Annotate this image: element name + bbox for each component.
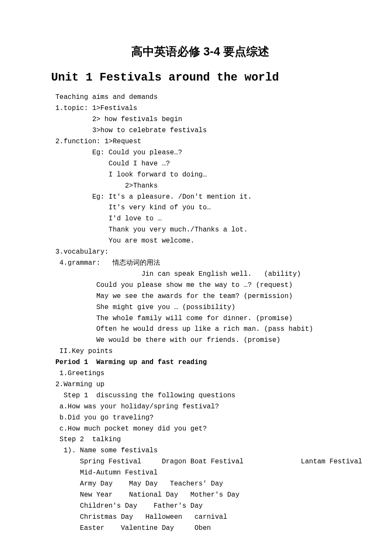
text-line: I look forward to doing… <box>55 170 345 181</box>
text-line: Army Day May Day Teachers' Day <box>55 479 345 490</box>
text-line: 3>how to celebrate festivals <box>55 125 345 136</box>
period-heading: Period 1 Warming up and fast reading <box>55 357 345 368</box>
text-line: c.How much pocket money did you get? <box>55 424 345 435</box>
text-line: 3.vocabulary: <box>55 247 345 258</box>
text-line: Often he would dress up like a rich man.… <box>55 324 345 335</box>
text-line: b.Did you go traveling? <box>55 413 345 424</box>
text-line: a.How was your holiday/spring festival? <box>55 402 345 413</box>
text-line: Step 2 talking <box>55 434 345 445</box>
text-line: She might give you … (possibility) <box>55 302 345 313</box>
text-line: 1). Name some festivals <box>55 445 345 457</box>
text-line: Could I have …? <box>55 159 345 170</box>
text-line: The whole family will come for dinner. (… <box>55 313 345 324</box>
text-line: You are most welcome. <box>55 236 345 247</box>
text-line: 1.Greetings <box>55 368 345 379</box>
text-line: Eg: Could you please…? <box>55 147 345 159</box>
text-line: Christmas Day Halloween carnival <box>55 512 345 523</box>
text-line: 2.function: 1>Request <box>55 136 345 147</box>
main-title: 高中英语必修 3-4 要点综述 <box>55 43 345 61</box>
text-line: We would be there with our friends. (pro… <box>55 335 345 346</box>
text-line: Eg: It's a pleasure. /Don't mention it. <box>55 192 345 203</box>
text-line: 1.topic: 1>Festivals <box>55 103 345 114</box>
text-line: 2>Thanks <box>55 181 345 192</box>
text-line: May we see the awards for the team? (per… <box>55 291 345 302</box>
document-page: 高中英语必修 3-4 要点综述 Unit 1 Festivals around … <box>0 0 392 555</box>
text-line: Easter Valentine Day Oben <box>55 523 345 534</box>
text-line: Could you please show me the way to …? (… <box>55 280 345 291</box>
text-line: Teaching aims and demands <box>55 92 345 103</box>
text-line: Children's Day Father's Day <box>55 501 345 512</box>
unit-title: Unit 1 Festivals around the world <box>51 69 345 87</box>
text-line: II.Key points <box>55 346 345 357</box>
text-line: Jin can speak English well. (ability) <box>55 269 345 280</box>
text-line: 2.Warming up <box>55 379 345 390</box>
text-line: Spring Festival Dragon Boat Festival Lan… <box>55 457 345 468</box>
text-line: 2> how festivals begin <box>55 114 345 125</box>
text-line: Thank you very much./Thanks a lot. <box>55 225 345 236</box>
text-line: New Year National Day Mother's Day <box>55 490 345 501</box>
text-line: I'd love to … <box>55 214 345 225</box>
text-line: 4.grammar: 情态动词的用法 <box>55 258 345 269</box>
text-line: Mid-Autumn Festival <box>55 468 345 479</box>
text-line: Step 1 discussing the following question… <box>55 390 345 402</box>
text-line: It's very kind of you to… <box>55 202 345 214</box>
